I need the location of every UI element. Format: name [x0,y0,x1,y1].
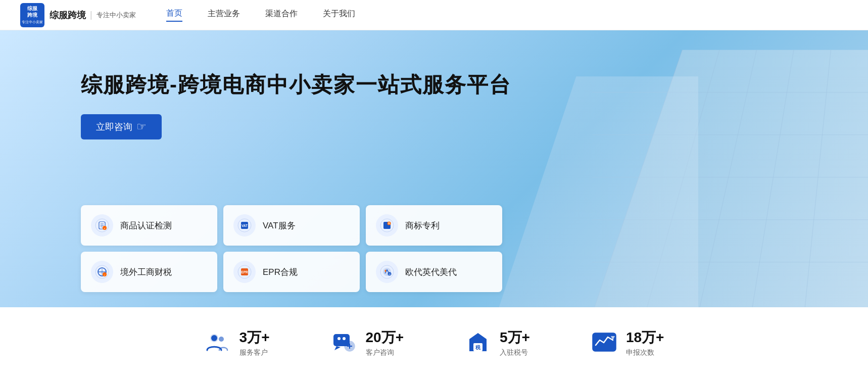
svg-point-37 [219,337,224,342]
stat-reports: 18万+ 申报次数 [591,328,664,357]
service-card-vat[interactable]: VAT VAT服务 [223,205,360,246]
service-card-overseas-biz[interactable]: ✓ 境外工商财税 [81,252,217,292]
service-label-epr: EPR合规 [263,266,298,278]
logo-area: 综服跨境专注中小卖家 综服跨境 | 专注中小卖家 [20,3,136,27]
service-label-certification: 商品认证检测 [120,220,172,231]
stat-reports-number: 18万+ [626,328,664,347]
tax-icon: 税 [464,329,492,356]
brand-slogan: 专注中小卖家 [97,11,136,20]
stat-tax: 税 5万+ 入驻税号 [464,328,530,357]
stat-tax-number: 5万+ [500,328,530,347]
header: 综服跨境专注中小卖家 综服跨境 | 专注中小卖家 首页 主营业务 渠道合作 关于… [0,0,868,30]
nav-business[interactable]: 主营业务 [208,9,240,21]
service-card-trademark[interactable]: R 商标专利 [366,205,502,246]
svg-text:✓: ✓ [104,227,106,230]
svg-marker-11 [497,76,698,307]
stat-customers-number: 3万+ [239,328,270,347]
main-nav: 首页 主营业务 渠道合作 关于我们 [166,8,355,22]
logo-divider: | [90,10,92,20]
overseas-biz-icon: ✓ [91,261,113,283]
epr-icon: EPR [233,261,256,283]
stat-customers-text: 3万+ 服务客户 [239,328,270,357]
stat-consultations-desc: 客户咨询 [366,348,404,357]
service-label-trademark: 商标专利 [405,220,440,231]
hand-icon: ☞ [136,120,147,133]
svg-text:税: 税 [475,345,481,350]
svg-text:VAT: VAT [242,224,248,227]
brand-name: 综服跨境 [50,9,86,21]
service-card-epr[interactable]: EPR EPR合规 [223,252,360,292]
certification-icon: ✓ [91,214,113,237]
stat-consultations-number: 20万+ [366,328,404,347]
reports-icon [591,329,618,356]
proxy-icon: 代 [376,261,398,283]
consultations-icon [330,329,358,356]
service-label-vat: VAT服务 [263,220,296,231]
stat-consultations-text: 20万+ 客户咨询 [366,328,404,357]
nav-channel[interactable]: 渠道合作 [265,9,298,21]
svg-rect-39 [337,337,341,340]
svg-rect-40 [343,337,346,340]
service-label-proxy: 欧代英代美代 [405,266,457,278]
stats-bar: 3万+ 服务客户 20万+ 客户咨询 税 [0,307,868,378]
service-label-overseas-biz: 境外工商财税 [120,266,172,278]
service-grid: ✓ 商品认证检测 VAT VAT服务 R [81,205,502,292]
service-card-proxy[interactable]: 代 欧代英代美代 [366,252,502,292]
svg-text:代: 代 [388,273,391,276]
hero-title: 综服跨境-跨境电商中小卖家一站式服务平台 [81,71,868,99]
stat-consultations: 20万+ 客户咨询 [330,328,404,357]
logo-icon: 综服跨境专注中小卖家 [20,3,44,27]
consult-label: 立即咨询 [96,121,132,133]
stat-customers: 3万+ 服务客户 [204,328,270,357]
stat-reports-text: 18万+ 申报次数 [626,328,664,357]
hero-section: 综服跨境-跨境电商中小卖家一站式服务平台 立即咨询 ☞ ✓ 商品认证检测 [0,30,868,307]
consult-button[interactable]: 立即咨询 ☞ [81,114,162,139]
svg-text:EPR: EPR [241,270,248,274]
svg-text:✓: ✓ [104,273,106,276]
stat-reports-desc: 申报次数 [626,348,664,357]
trademark-icon: R [376,214,398,237]
stat-tax-desc: 入驻税号 [500,348,530,357]
stat-customers-desc: 服务客户 [239,348,270,357]
nav-about[interactable]: 关于我们 [323,9,355,21]
vat-icon: VAT [233,214,256,237]
customers-icon [204,329,231,356]
service-card-certification[interactable]: ✓ 商品认证检测 [81,205,217,246]
svg-point-36 [211,335,217,341]
nav-home[interactable]: 首页 [166,8,182,22]
svg-text:R: R [388,222,390,225]
stat-tax-text: 5万+ 入驻税号 [500,328,530,357]
